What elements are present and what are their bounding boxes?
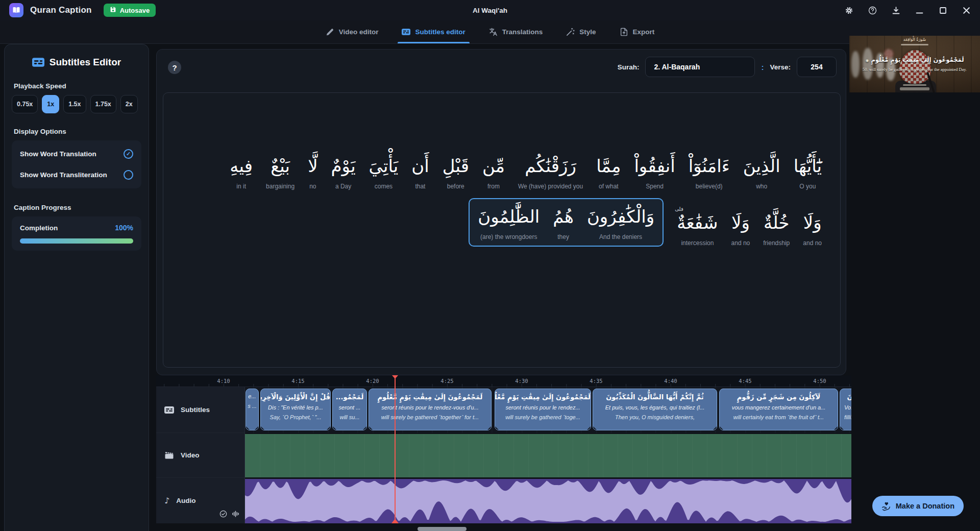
subtitle-block[interactable]: قُلْ إِنَّ الْأَوَّلِينَ وَالْآخِرِينَDi…	[260, 389, 331, 430]
word[interactable]: شَفَٰعَةٌintercessionقلى	[677, 207, 718, 247]
settings-gear-icon[interactable]	[844, 6, 853, 15]
ruler-time-label: 4:15	[291, 378, 304, 384]
tab-translations[interactable]: Translations	[489, 20, 543, 43]
subtitle-block[interactable]: نَVo...filli...	[840, 389, 851, 430]
word[interactable]: هُمُthey	[553, 201, 574, 240]
audio-waveform-icon[interactable]	[232, 510, 239, 519]
word[interactable]: الظَّٰلِمُونَ(are) the wrongdoers	[478, 201, 540, 240]
word[interactable]: أَنthat	[411, 151, 429, 190]
word[interactable]: وَالْكَٰفِرُونَAnd the deniers	[587, 201, 654, 240]
audio-check-icon[interactable]	[219, 510, 227, 519]
word[interactable]: يَأْتِيَcomes	[369, 151, 399, 190]
word[interactable]: الَّذِينَwho	[743, 151, 780, 190]
speed-button-0-75x[interactable]: 0.75x	[12, 95, 38, 113]
timeline-content: e...s ...قُلْ إِنَّ الْأَوَّلِينَ وَالْآ…	[245, 387, 851, 523]
subtitle-french: Vo...	[840, 403, 851, 413]
download-icon[interactable]	[891, 6, 900, 15]
subtitle-block[interactable]: لَآكِلُونَ مِن شَجَرٍ مِّن زَقُّومٍvous …	[719, 389, 838, 430]
film-icon	[164, 451, 174, 460]
close-icon[interactable]	[962, 6, 971, 15]
word-arabic: مِّن	[482, 151, 505, 182]
word[interactable]: وَلَاand no	[803, 207, 822, 247]
subtitle-english: s ...	[246, 401, 258, 411]
word[interactable]: يَوْمٌa Day	[331, 151, 356, 190]
video-track-clip[interactable]	[245, 433, 851, 478]
word-translation: bargaining	[266, 183, 295, 190]
subtitle-block[interactable]: ثُمَّ إِنَّكُمْ أَيُّهَا الضَّالُّونَ ال…	[593, 389, 717, 430]
track-label: Subtitles	[181, 406, 210, 414]
autosave-label: Autosave	[120, 7, 150, 14]
subtitle-block[interactable]: e...s ...	[246, 389, 259, 430]
speed-button-1-75x[interactable]: 1.75x	[90, 95, 116, 113]
word[interactable]: رَزَقْنَٰكُمWe (have) provided you	[518, 151, 583, 190]
playback-speed-label: Playback Speed	[14, 82, 139, 90]
word[interactable]: مِّنfrom	[482, 151, 505, 190]
video-preview: سُورَةُ الْوَاقِعَة لَمَجْمُوعُونَ إِلَى…	[849, 36, 980, 92]
donation-button[interactable]: Make a Donation	[872, 496, 964, 516]
selected-words-group[interactable]: وَالْكَٰفِرُونَAnd the deniersهُمُtheyال…	[469, 198, 664, 247]
word[interactable]: أَنفِقُواْSpend	[634, 151, 675, 190]
speed-button-2x[interactable]: 2x	[120, 95, 138, 113]
word-translation: Spend	[634, 183, 675, 190]
subtitle-block[interactable]: لَمَجْمُوعُونَ إِلَىٰ مِيقَٰتِ يَوْمٍ مَ…	[495, 389, 591, 430]
help-button[interactable]: ?	[168, 61, 181, 74]
word[interactable]: ءَامَنُوٓاْbelieve(d)	[689, 151, 730, 190]
word[interactable]: قَبْلِbefore	[443, 151, 469, 190]
preview-surah-subtitle	[901, 44, 928, 45]
save-icon	[110, 6, 116, 14]
word[interactable]: وَلَاand no	[731, 207, 750, 247]
tab-video-editor[interactable]: Video editor	[326, 20, 379, 43]
word[interactable]: خُلَّةٌfriendship	[763, 207, 790, 247]
ruler-time-label: 4:40	[664, 378, 677, 384]
maximize-icon[interactable]	[938, 6, 947, 15]
track-label: Video	[181, 451, 200, 459]
subtitle-block[interactable]: لَمَجْمُوعُونَ إِلَىٰ مِيقَٰتِ يَوْمٍ مَ…	[369, 389, 492, 430]
app-logo-book-icon	[9, 3, 23, 17]
subtitle-block[interactable]: لَمَجْمُو...seront ...will su...	[332, 389, 367, 430]
playhead[interactable]	[395, 375, 396, 523]
timeline-horizontal-scrollbar[interactable]	[418, 527, 467, 531]
pencil-icon	[326, 28, 334, 36]
autosave-badge[interactable]: Autosave	[104, 4, 156, 17]
word-translation: (are) the wrongdoers	[478, 233, 540, 240]
word-translation: O you	[794, 183, 822, 190]
verse-input[interactable]: 254	[797, 57, 837, 77]
word-translation: before	[443, 183, 469, 190]
title-bar: Quran Caption Autosave Al Waqi'ah	[0, 0, 980, 20]
word[interactable]: بَيْعٌbargaining	[266, 151, 295, 190]
checked-toggle[interactable]: ✓	[124, 149, 133, 159]
word-arabic: فِيهِ	[230, 151, 253, 182]
word-arabic: خُلَّةٌ	[763, 207, 790, 238]
pause-mark: قلى	[675, 206, 683, 212]
help-icon[interactable]	[868, 6, 877, 15]
completion-progress-bar	[20, 238, 133, 244]
subtitle-arabic: لَمَجْمُوعُونَ إِلَىٰ مِيقَٰتِ يَوْمٍ مَ…	[495, 392, 591, 403]
subtitles-editor-panel: ? Surah: 2. Al-Baqarah : Verse: 254 يَٰٓ…	[156, 49, 846, 375]
speed-button-1-5x[interactable]: 1.5x	[63, 95, 86, 113]
subtitle-french: seront réunis pour le rendez-vous d'u...	[369, 403, 491, 413]
tab-style[interactable]: Style	[566, 20, 596, 43]
minimize-icon[interactable]	[915, 6, 924, 15]
tab-label: Subtitles editor	[415, 28, 465, 36]
subtitle-arabic: نَ	[840, 392, 851, 403]
ruler-time-label: 4:30	[515, 378, 528, 384]
word-translation: comes	[369, 183, 399, 190]
word[interactable]: فِيهِin it	[230, 151, 253, 190]
audio-track-clip[interactable]	[245, 478, 851, 523]
tab-export[interactable]: Export	[620, 20, 655, 43]
word[interactable]: مِمَّاof what	[596, 151, 621, 190]
word[interactable]: يَٰٓأَيُّهَاO you	[794, 151, 822, 190]
timeline-ruler[interactable]: 4:104:154:204:254:304:354:404:454:50	[156, 375, 851, 387]
captions-icon	[32, 58, 44, 67]
surah-select[interactable]: 2. Al-Baqarah	[645, 57, 755, 77]
subtitles-track-label: Subtitles	[156, 387, 244, 433]
word[interactable]: لَّاno	[308, 151, 317, 190]
speed-button-1x[interactable]: 1x	[42, 95, 59, 113]
unchecked-toggle[interactable]	[124, 170, 133, 180]
subtitle-french: seront réunis pour le rendez...	[495, 403, 591, 413]
option-label: Show Word Translation	[20, 150, 96, 158]
tab-subtitles-editor[interactable]: Subtitles editor	[402, 20, 465, 43]
sidebar-title-label: Subtitles Editor	[50, 57, 121, 68]
subtitle-french: Et puis, vous, les égarés, qui traitiez …	[593, 403, 717, 413]
word-arabic: يَأْتِيَ	[369, 151, 399, 182]
